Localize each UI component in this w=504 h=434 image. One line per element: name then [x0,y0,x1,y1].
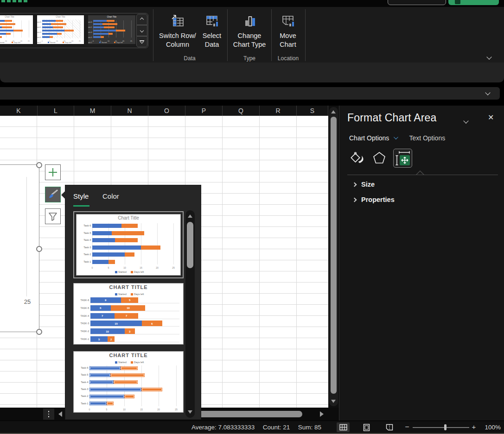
bar-segment [56,20,63,22]
chart-resize-handle-top-right[interactable] [36,162,42,168]
gallery-more-button[interactable] [136,36,147,47]
page-layout-view-button[interactable] [360,422,373,432]
zoom-slider-track[interactable] [413,427,469,428]
mini-chart-title: CHART TITLE [76,352,181,360]
column-header-P[interactable]: P [185,106,223,116]
mini-chart-title: Chart Title [0,16,19,18]
vertical-scrollbar[interactable] [328,106,339,408]
move-chart-button[interactable]: MoveChart [274,11,301,55]
tab-text-options[interactable]: Text Options [409,134,445,142]
legend-label: Started [102,41,104,43]
collapse-ribbon-button[interactable] [487,52,497,60]
bar-segment [116,30,125,31]
change-chart-type-icon [242,13,257,28]
chart-resize-handle-mid-right[interactable] [36,246,42,252]
popup-scroll-up-arrow[interactable] [188,214,192,218]
expand-formula-bar-icon[interactable] [485,90,490,95]
status-average[interactable]: Average: 7.083333333 [191,424,255,431]
normal-view-button[interactable] [337,422,350,432]
more-sheets-button[interactable] [43,409,54,420]
bar-segment [93,30,116,31]
change-chart-type-button[interactable]: ChangeChart Type [231,11,268,55]
scroll-right-arrow[interactable] [320,411,324,417]
select-data-button[interactable]: SelectData [199,11,224,55]
style-option-2[interactable]: CHART TITLEStartedDays leftTASK-6TASK-5T… [73,283,184,345]
gallery-style-thumbnail-1[interactable]: Chart TitleTask-6Task-5Task-4Task-3Task-… [0,15,33,44]
section-properties[interactable]: Properties [353,195,395,204]
chart-styles-button[interactable] [45,187,61,202]
vertical-scrollbar-thumb[interactable] [331,117,337,394]
column-header-R[interactable]: R [260,106,297,116]
bar-segment [92,238,115,242]
axis-tick-label: 25 [175,409,178,411]
gallery-style-thumbnail-2[interactable]: Chart TitleTask-6Task-5Task-4Task-3Task-… [37,15,84,44]
effects-button[interactable] [371,150,388,166]
comments-button[interactable] [388,0,446,5]
panel-close-button[interactable]: ✕ [488,113,494,122]
status-sum[interactable]: Sum: 85 [298,424,321,431]
scroll-left-arrow[interactable] [58,411,62,417]
panel-options-button[interactable] [464,116,468,125]
status-count[interactable]: Count: 21 [263,424,290,431]
bar-segment [114,380,138,384]
zoom-slider-thumb[interactable] [444,424,447,430]
chart-elements-button[interactable] [45,164,61,180]
column-header-L[interactable]: L [38,106,74,116]
section-size[interactable]: Size [353,180,375,189]
tab-color[interactable]: Color [102,192,119,200]
mini-category-label: TASK-3 [80,322,89,325]
column-header-K[interactable]: K [0,106,38,116]
axis-tick-label: 25 [28,40,30,42]
popup-scrollbar-thumb[interactable] [187,222,193,268]
scroll-down-arrow[interactable] [331,400,336,403]
style-option-1[interactable]: Chart TitleTask-6Task-5Task-4Task-3Task-… [73,211,184,278]
legend-label: Started [0,41,2,43]
column-header-O[interactable]: O [148,106,185,116]
chart-selection[interactable]: 25 [0,164,39,332]
gallery-style-thumbnail-3[interactable]: Chart TitleTask-6Task-5Task-4Task-3Task-… [88,15,135,44]
zoom-in-button[interactable]: + [470,422,478,432]
column-header-S[interactable]: S [297,106,328,116]
axis-tick-label: 25 [172,267,175,270]
size-properties-button[interactable] [393,149,412,168]
fill-line-button[interactable] [349,150,365,166]
ribbon-separator [305,9,306,61]
ribbon: Chart TitleTask-6Task-5Task-4Task-3Task-… [0,7,504,63]
bar-data-label: 6 [100,306,101,309]
chevron-right-icon [352,197,357,202]
style-option-3[interactable]: CHART TITLEStartedDays leftTask-6Task-5T… [73,351,184,413]
gallery-scroll-up-button[interactable] [136,14,147,25]
bar-segment [42,36,50,38]
column-header-M[interactable]: M [74,106,111,116]
gallery-scroll-down-button[interactable] [136,25,147,36]
group-label-type: Type [231,55,268,63]
bar-data-label: 15 [115,322,118,325]
select-data-icon [204,13,219,28]
page-break-preview-button[interactable] [383,422,396,432]
ribbon-separator [227,9,228,61]
column-header-Q[interactable]: Q [223,106,260,116]
column-header-N[interactable]: N [111,106,148,116]
bar-segment [124,395,134,398]
scroll-up-arrow[interactable] [331,110,336,113]
zoom-out-button[interactable]: − [403,422,411,432]
chart-filters-button[interactable] [45,208,61,224]
bar-segment [107,402,114,405]
bar-segment [92,260,108,264]
chevron-right-icon [352,182,357,187]
chart-resize-handle-bottom-right[interactable] [36,329,42,335]
share-button[interactable] [448,0,499,5]
paint-bucket-icon [349,150,365,166]
bar-segment [101,36,104,38]
popup-scroll-down-arrow[interactable] [188,410,192,414]
switch-row-column-button[interactable]: Switch Row/Column [156,11,199,55]
tab-chart-options[interactable]: Chart Options [349,134,389,142]
zoom-level[interactable]: 100% [481,424,501,431]
bar-segment [92,252,125,257]
chevron-down-icon[interactable] [394,135,398,139]
popup-scrollbar[interactable] [185,210,195,418]
tab-style[interactable]: Style [73,192,89,200]
mini-category-label: Task-6 [81,367,88,370]
bar-segment [89,395,124,398]
formula-bar[interactable] [0,87,500,100]
